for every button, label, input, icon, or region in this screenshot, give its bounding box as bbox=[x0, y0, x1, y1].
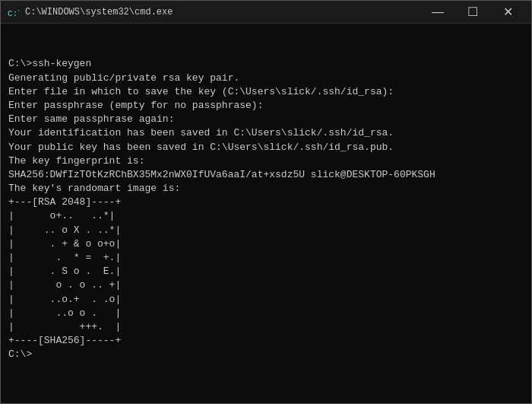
terminal-line: Your public key has been saved in C:\Use… bbox=[8, 141, 524, 154]
close-button[interactable]: ✕ bbox=[490, 1, 525, 24]
cmd-icon: C:\ bbox=[7, 6, 19, 18]
window-title: C:\WINDOWS\system32\cmd.exe bbox=[25, 7, 173, 17]
terminal-line: | o+.. ..*| bbox=[8, 209, 524, 223]
minimize-button[interactable]: — bbox=[420, 1, 455, 24]
terminal-line: +---[RSA 2048]----+ bbox=[8, 196, 524, 209]
terminal-line: Enter file in which to save the key (C:\… bbox=[8, 85, 524, 99]
terminal-line: | . + & o o+o| bbox=[8, 237, 524, 251]
terminal-line: +----[SHA256]-----+ bbox=[8, 334, 524, 348]
terminal-line: The key fingerprint is: bbox=[8, 154, 524, 168]
svg-text:C:\: C:\ bbox=[8, 9, 19, 18]
terminal-line: Enter same passphrase again: bbox=[8, 113, 524, 126]
terminal-line: SHA256:DWfIzTOtKzRChBX35Mx2nWX0IfUVa6aaI… bbox=[8, 168, 524, 182]
title-bar: C:\ C:\WINDOWS\system32\cmd.exe — ☐ ✕ bbox=[1, 1, 531, 24]
terminal-output[interactable]: C:\>ssh-keygenGenerating public/private … bbox=[1, 24, 531, 403]
terminal-line: Generating public/private rsa key pair. bbox=[8, 72, 524, 85]
terminal-line: | ..o o . | bbox=[8, 307, 524, 320]
maximize-button[interactable]: ☐ bbox=[455, 1, 490, 24]
terminal-line: C:\> bbox=[8, 348, 524, 361]
terminal-line: | . * = +.| bbox=[8, 251, 524, 265]
terminal-line: | +++. | bbox=[8, 320, 524, 334]
cmd-window: C:\ C:\WINDOWS\system32\cmd.exe — ☐ ✕ C:… bbox=[0, 0, 532, 404]
terminal-line: Enter passphrase (empty for no passphras… bbox=[8, 99, 524, 113]
terminal-line: | .. o X . ..*| bbox=[8, 224, 524, 237]
terminal-line: The key's randomart image is: bbox=[8, 182, 524, 196]
title-bar-controls: — ☐ ✕ bbox=[420, 1, 525, 24]
terminal-line: Your identification has been saved in C:… bbox=[8, 126, 524, 140]
terminal-line: C:\>ssh-keygen bbox=[8, 57, 524, 71]
title-bar-left: C:\ C:\WINDOWS\system32\cmd.exe bbox=[7, 6, 173, 18]
terminal-line: | ..o.+ . .o| bbox=[8, 293, 524, 307]
terminal-line: | . S o . E.| bbox=[8, 265, 524, 278]
terminal-line: | o . o .. +| bbox=[8, 278, 524, 292]
